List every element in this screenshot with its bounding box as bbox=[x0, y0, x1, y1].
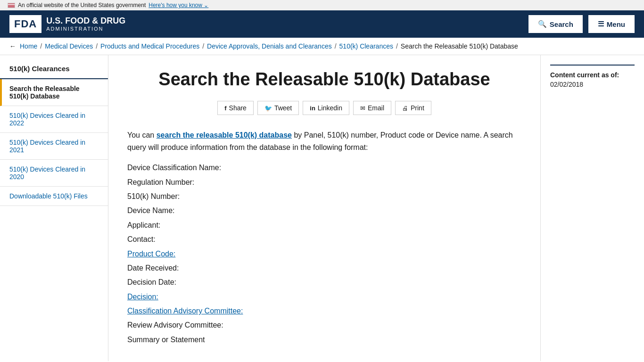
field-decision: Decision: bbox=[127, 290, 521, 304]
sidebar: 510(k) Clearances Search the Releasable … bbox=[0, 55, 108, 361]
facebook-icon: f bbox=[224, 105, 226, 112]
fda-logo-box: FDA bbox=[9, 15, 41, 33]
page-title: Search the Releasable 510(k) Database bbox=[127, 69, 521, 90]
share-twitter-label: Tweet bbox=[274, 104, 292, 112]
breadcrumb-510k-clearances[interactable]: 510(k) Clearances bbox=[339, 42, 393, 50]
sidebar-item-cleared-2020[interactable]: 510(k) Devices Cleared in 2020 bbox=[0, 160, 108, 187]
gov-banner-text: An official website of the United States… bbox=[18, 2, 146, 8]
gov-banner: An official website of the United States… bbox=[0, 0, 644, 10]
field-classification-advisory: Classification Advisory Committee: bbox=[127, 304, 521, 318]
breadcrumb: ← Home / Medical Devices / Products and … bbox=[0, 38, 644, 55]
search-icon: 🔍 bbox=[538, 20, 547, 28]
site-header: FDA U.S. FOOD & DRUG ADMINISTRATION 🔍 Se… bbox=[0, 10, 644, 38]
breadcrumb-home[interactable]: Home bbox=[20, 42, 37, 50]
field-510k-number: 510(k) Number: bbox=[127, 189, 521, 204]
field-list: Device Classification Name: Regulation N… bbox=[127, 161, 521, 347]
decision-link[interactable]: Decision: bbox=[127, 293, 158, 301]
twitter-icon: 🐦 bbox=[264, 105, 272, 112]
breadcrumb-medical-devices[interactable]: Medical Devices bbox=[45, 42, 93, 50]
share-email-label: Email bbox=[368, 104, 384, 112]
header-nav: 🔍 Search ☰ Menu bbox=[528, 15, 635, 33]
sidebar-item-search-510k[interactable]: Search the Releasable 510(k) Database bbox=[0, 79, 108, 106]
sidebar-item-downloadable[interactable]: Downloadable 510(k) Files bbox=[0, 187, 108, 206]
share-linkedin-label: Linkedin bbox=[318, 104, 342, 112]
main-content: Search the Releasable 510(k) Database f … bbox=[108, 55, 540, 361]
menu-button-label: Menu bbox=[607, 20, 625, 28]
share-linkedin-button[interactable]: in Linkedin bbox=[303, 101, 349, 115]
search-button[interactable]: 🔍 Search bbox=[528, 15, 583, 33]
search-button-label: Search bbox=[550, 20, 573, 28]
print-icon: 🖨 bbox=[402, 105, 408, 112]
field-summary-statement: Summary or Statement bbox=[127, 333, 521, 347]
right-sidebar-divider bbox=[550, 65, 635, 66]
intro-paragraph: You can search the releasable 510(k) dat… bbox=[127, 129, 521, 153]
breadcrumb-device-approvals[interactable]: Device Approvals, Denials and Clearances bbox=[207, 42, 332, 50]
field-decision-date: Decision Date: bbox=[127, 275, 521, 289]
sidebar-item-cleared-2022[interactable]: 510(k) Devices Cleared in 2022 bbox=[0, 106, 108, 133]
fda-logo-link[interactable]: FDA U.S. FOOD & DRUG ADMINISTRATION bbox=[9, 15, 125, 33]
sidebar-item-cleared-2021[interactable]: 510(k) Devices Cleared in 2021 bbox=[0, 133, 108, 160]
share-print-button[interactable]: 🖨 Print bbox=[395, 101, 431, 115]
breadcrumb-products[interactable]: Products and Medical Procedures bbox=[100, 42, 199, 50]
fda-logo-text: U.S. FOOD & DRUG ADMINISTRATION bbox=[46, 16, 125, 33]
sidebar-section-title: 510(k) Clearances bbox=[0, 65, 108, 79]
content-current-date: 02/02/2018 bbox=[550, 81, 635, 88]
menu-icon: ☰ bbox=[598, 20, 604, 28]
content-body: You can search the releasable 510(k) dat… bbox=[127, 129, 521, 347]
field-contact: Contact: bbox=[127, 232, 521, 247]
share-twitter-button[interactable]: 🐦 Tweet bbox=[257, 101, 299, 115]
product-code-link[interactable]: Product Code: bbox=[127, 250, 175, 258]
classification-advisory-link[interactable]: Classification Advisory Committee: bbox=[127, 307, 243, 315]
linkedin-icon: in bbox=[310, 105, 315, 112]
email-icon: ✉ bbox=[360, 105, 365, 112]
fda-org-main: U.S. FOOD & DRUG bbox=[46, 16, 125, 26]
breadcrumb-current: Search the Releasable 510(k) Database bbox=[401, 42, 518, 50]
social-share-bar: f Share 🐦 Tweet in Linkedin ✉ Email 🖨 Pr… bbox=[127, 101, 521, 115]
field-regulation-number: Regulation Number: bbox=[127, 175, 521, 189]
page-layout: 510(k) Clearances Search the Releasable … bbox=[0, 55, 644, 361]
content-current-label: Content current as of: bbox=[550, 71, 635, 79]
database-link[interactable]: search the releasable 510(k) database bbox=[157, 131, 292, 139]
fda-org-sub: ADMINISTRATION bbox=[46, 26, 125, 32]
home-arrow-icon: ← bbox=[9, 42, 16, 50]
right-sidebar: Content current as of: 02/02/2018 bbox=[540, 55, 644, 361]
field-review-advisory: Review Advisory Committee: bbox=[127, 318, 521, 332]
field-applicant: Applicant: bbox=[127, 218, 521, 232]
share-facebook-button[interactable]: f Share bbox=[217, 101, 254, 115]
field-product-code: Product Code: bbox=[127, 247, 521, 261]
share-print-label: Print bbox=[411, 104, 424, 112]
menu-button[interactable]: ☰ Menu bbox=[588, 15, 635, 33]
field-classification-name: Device Classification Name: bbox=[127, 161, 521, 175]
us-flag-icon bbox=[8, 3, 15, 8]
field-date-received: Date Received: bbox=[127, 261, 521, 275]
share-facebook-label: Share bbox=[229, 104, 247, 112]
share-email-button[interactable]: ✉ Email bbox=[353, 101, 391, 115]
gov-banner-link[interactable]: Here's how you know ⌄ bbox=[149, 2, 208, 8]
field-device-name: Device Name: bbox=[127, 204, 521, 218]
